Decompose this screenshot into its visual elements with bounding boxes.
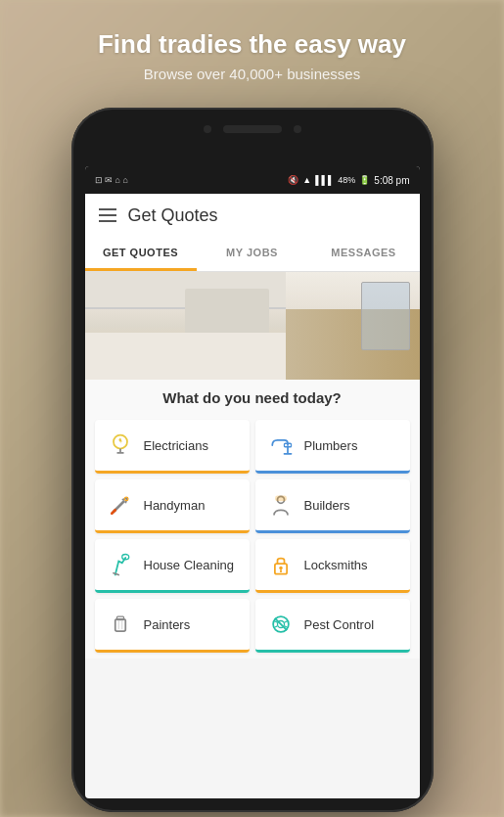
- hero-kitchen-image: [85, 272, 420, 380]
- tab-my-jobs[interactable]: MY JOBS: [197, 237, 308, 271]
- pest-control-icon: [265, 609, 297, 640]
- builders-icon: [265, 489, 297, 521]
- menu-line: [99, 220, 116, 222]
- service-card-electricians[interactable]: Electricians: [95, 420, 250, 474]
- svg-rect-16: [115, 619, 125, 631]
- sensor: [294, 125, 301, 133]
- locksmiths-icon: [265, 549, 297, 580]
- svg-line-24: [284, 621, 288, 623]
- service-card-plumbers[interactable]: Plumbers: [255, 420, 410, 474]
- status-icons: ⊡ ✉ ⌂ ⌂: [95, 175, 128, 185]
- hero-subtitle: Browse over 40,000+ businesses: [0, 66, 504, 82]
- plumbers-label: Plumbers: [304, 438, 358, 453]
- menu-line: [99, 214, 116, 216]
- status-right: 🔇 ▲ ▌▌▌ 48% 🔋 5:08 pm: [288, 175, 409, 186]
- signal-icon: ▌▌▌: [315, 175, 334, 185]
- menu-line: [99, 208, 116, 210]
- speaker: [223, 125, 282, 133]
- service-card-builders[interactable]: Builders: [255, 479, 410, 533]
- svg-line-21: [274, 618, 286, 630]
- island: [185, 289, 269, 333]
- hero-title: Find tradies the easy way: [0, 29, 504, 60]
- app-title: Get Quotes: [128, 205, 218, 226]
- svg-point-14: [279, 567, 283, 570]
- front-camera: [204, 125, 211, 133]
- status-bar: ⊡ ✉ ⌂ ⌂ 🔇 ▲ ▌▌▌ 48% 🔋 5:08 pm: [85, 166, 420, 194]
- tab-get-quotes[interactable]: GET QUOTES: [85, 237, 197, 271]
- house-cleaning-icon: [105, 549, 136, 580]
- battery-level: 48%: [338, 175, 355, 185]
- phone-screen: ⊡ ✉ ⌂ ⌂ 🔇 ▲ ▌▌▌ 48% 🔋 5:08 pm Get Quotes…: [85, 166, 420, 798]
- svg-rect-11: [275, 496, 286, 500]
- painters-icon: [105, 609, 136, 640]
- tab-messages[interactable]: MESSAGES: [308, 237, 420, 271]
- menu-icon[interactable]: [99, 208, 116, 222]
- phone-top-bar: [71, 125, 434, 133]
- battery-icon: 🔋: [359, 175, 370, 185]
- svg-line-9: [112, 510, 115, 514]
- service-card-painters[interactable]: Painters: [95, 599, 250, 653]
- service-grid: Electricians Plumbers: [85, 420, 420, 658]
- electricians-label: Electricians: [144, 438, 208, 453]
- locksmiths-label: Locksmiths: [304, 558, 368, 572]
- what-section: What do you need today?: [85, 380, 420, 420]
- hero-section: Find tradies the easy way Browse over 40…: [0, 29, 504, 82]
- pest-control-label: Pest Control: [304, 617, 375, 632]
- fridge: [361, 282, 410, 350]
- service-card-house-cleaning[interactable]: House Cleaning: [95, 539, 250, 593]
- notification-icons: ⊡ ✉ ⌂ ⌂: [95, 175, 128, 185]
- service-card-pest-control[interactable]: Pest Control: [255, 599, 410, 653]
- service-card-locksmiths[interactable]: Locksmiths: [255, 539, 410, 593]
- service-card-handyman[interactable]: Handyman: [95, 479, 250, 533]
- app-header: Get Quotes: [85, 194, 420, 237]
- electricians-icon: [105, 430, 136, 461]
- tab-bar: GET QUOTES MY JOBS MESSAGES: [85, 237, 420, 272]
- house-cleaning-label: House Cleaning: [144, 558, 235, 572]
- mute-icon: 🔇: [288, 175, 298, 185]
- section-title: What do you need today?: [95, 389, 410, 406]
- plumbers-icon: [265, 430, 297, 461]
- wifi-icon: ▲: [302, 175, 311, 185]
- time-display: 5:08 pm: [374, 175, 409, 186]
- svg-line-25: [274, 626, 278, 628]
- builders-label: Builders: [304, 498, 350, 513]
- phone-frame: ⊡ ✉ ⌂ ⌂ 🔇 ▲ ▌▌▌ 48% 🔋 5:08 pm Get Quotes…: [71, 108, 434, 812]
- handyman-icon: [105, 489, 136, 521]
- handyman-label: Handyman: [144, 498, 206, 513]
- painters-label: Painters: [144, 617, 191, 632]
